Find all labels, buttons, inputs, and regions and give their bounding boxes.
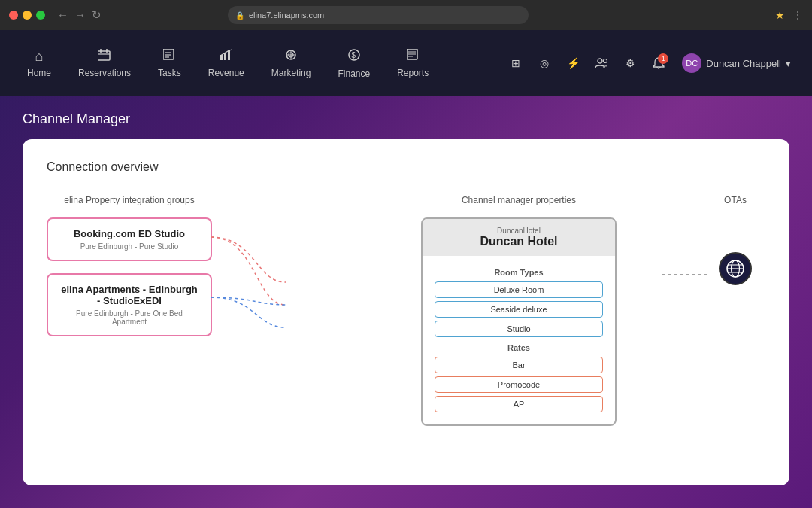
rate-promocode[interactable]: Promocode — [435, 376, 603, 393]
browser-chrome: ← → ↻ 🔒 elina7.elinapms.com ★ ⋮ — [0, 0, 812, 30]
browser-menu-icon[interactable]: ⋮ — [792, 9, 803, 21]
minimize-button[interactable] — [23, 11, 32, 20]
nav-reservations-label: Reservations — [78, 68, 131, 78]
otas-header: OTAs — [724, 195, 747, 205]
rate-bar[interactable]: Bar — [435, 357, 603, 373]
middle-column-header: Channel manager properties — [462, 195, 576, 205]
hotel-small-label: DuncanHotel — [435, 227, 603, 235]
left-column: elina Property integration groups Bookin… — [47, 195, 212, 336]
app-navbar: ⌂ Home Reservations — [0, 30, 812, 96]
revenue-icon — [220, 49, 233, 65]
property-card-2[interactable]: elina Apartments - Edinburgh - StudioExE… — [47, 273, 212, 336]
nav-right: ⊞ ◎ ⚡ ⚙ 1 DC Duncan C — [504, 50, 797, 76]
globe-icon[interactable] — [719, 252, 752, 285]
lock-icon: 🔒 — [235, 11, 244, 20]
bookmark-icon[interactable]: ★ — [775, 9, 785, 21]
room-type-deluxe[interactable]: Deluxe Room — [435, 281, 603, 298]
channel-box-header: DuncanHotel Duncan Hotel — [423, 219, 615, 256]
nav-reports-label: Reports — [397, 68, 429, 78]
svg-rect-4 — [163, 49, 174, 59]
lightning-icon[interactable]: ⚡ — [562, 52, 584, 75]
nav-tasks-label: Tasks — [158, 68, 181, 78]
notifications-button[interactable]: 1 — [647, 52, 670, 75]
svg-point-22 — [604, 59, 607, 63]
tasks-icon — [163, 49, 175, 65]
sidebar-item-tasks[interactable]: Tasks — [146, 43, 193, 84]
reports-icon — [407, 49, 419, 65]
room-types-label: Room Types — [435, 268, 603, 277]
property-card-2-title: elina Apartments - Edinburgh - StudioExE… — [59, 284, 200, 306]
main-card: Connection overview elina Property integ… — [23, 139, 789, 485]
rates-label: Rates — [435, 343, 603, 352]
traffic-lights — [9, 11, 45, 20]
nav-revenue-label: Revenue — [208, 68, 244, 78]
room-type-studio[interactable]: Studio — [435, 321, 603, 337]
grid-icon[interactable]: ⊞ — [504, 52, 527, 75]
svg-text:$: $ — [351, 51, 356, 59]
url-text: elina7.elinapms.com — [249, 11, 324, 20]
right-column: OTAs — [705, 195, 765, 285]
property-card-1[interactable]: Booking.com ED Studio Pure Edinburgh - P… — [47, 217, 212, 261]
forward-button[interactable]: → — [74, 8, 86, 22]
close-button[interactable] — [9, 11, 18, 20]
rate-ap[interactable]: AP — [435, 396, 603, 412]
property-card-1-title: Booking.com ED Studio — [59, 228, 200, 239]
property-card-2-subtitle: Pure Edinburgh - Pure One Bed Apartment — [59, 309, 200, 326]
reservations-icon — [98, 49, 111, 65]
marketing-icon — [284, 49, 298, 65]
sidebar-item-reports[interactable]: Reports — [385, 43, 441, 84]
nav-marketing-label: Marketing — [271, 68, 311, 78]
avatar: DC — [682, 53, 701, 73]
chevron-down-icon: ▾ — [786, 58, 791, 69]
page-title: Channel Manager — [23, 111, 789, 127]
property-cards: Booking.com ED Studio Pure Edinburgh - P… — [47, 217, 212, 336]
nav-buttons: ← → ↻ — [57, 8, 102, 22]
address-bar[interactable]: 🔒 elina7.elinapms.com — [228, 6, 529, 24]
users-icon[interactable] — [590, 52, 613, 75]
nav-finance-label: Finance — [338, 68, 370, 79]
sidebar-item-home[interactable]: ⌂ Home — [15, 43, 63, 84]
property-card-1-subtitle: Pure Edinburgh - Pure Studio — [59, 242, 200, 251]
channel-box-body: Room Types Deluxe Room Seaside deluxe St… — [423, 256, 615, 424]
notification-count: 1 — [658, 53, 668, 64]
page-content: Channel Manager Connection overview elin… — [0, 96, 812, 500]
room-type-seaside[interactable]: Seaside deluxe — [435, 301, 603, 318]
settings-icon[interactable]: ⚙ — [619, 52, 641, 75]
svg-rect-0 — [98, 51, 110, 60]
sidebar-item-reservations[interactable]: Reservations — [66, 43, 143, 84]
sidebar-item-finance[interactable]: $ Finance — [326, 42, 382, 85]
refresh-button[interactable]: ↻ — [92, 8, 102, 22]
finance-icon: $ — [347, 48, 361, 65]
left-column-header: elina Property integration groups — [64, 195, 194, 205]
svg-point-21 — [598, 59, 602, 63]
svg-rect-9 — [224, 53, 226, 60]
nav-home-label: Home — [27, 68, 51, 78]
browser-actions: ★ ⋮ — [775, 9, 803, 21]
user-menu[interactable]: DC Duncan Chappell ▾ — [676, 50, 797, 76]
back-button[interactable]: ← — [57, 8, 68, 22]
home-icon: ⌂ — [35, 49, 44, 65]
sidebar-item-marketing[interactable]: Marketing — [259, 43, 323, 84]
card-title: Connection overview — [47, 160, 765, 174]
sidebar-item-revenue[interactable]: Revenue — [196, 43, 256, 84]
channel-box: DuncanHotel Duncan Hotel Room Types Delu… — [421, 217, 617, 426]
clock-icon[interactable]: ◎ — [533, 52, 556, 75]
user-name: Duncan Chappell — [706, 58, 781, 69]
hotel-name: Duncan Hotel — [435, 235, 603, 248]
maximize-button[interactable] — [36, 11, 45, 20]
svg-rect-10 — [228, 50, 230, 60]
nav-items: ⌂ Home Reservations — [15, 42, 504, 85]
